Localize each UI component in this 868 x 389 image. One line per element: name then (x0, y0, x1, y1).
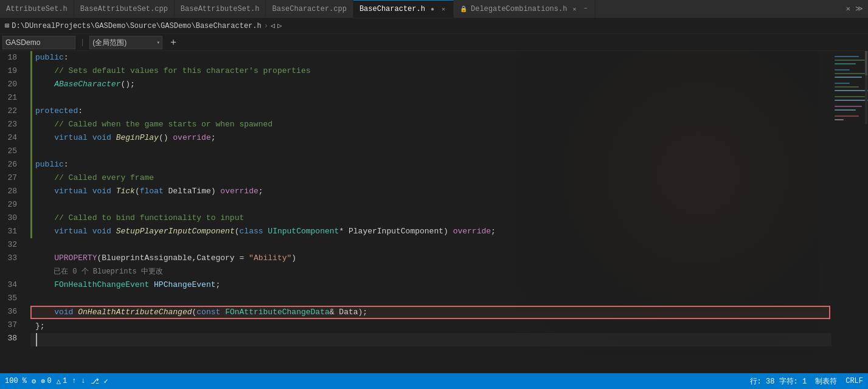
code-line-19: // Sets default values for this characte… (30, 64, 832, 78)
project-dropdown-wrapper: GASDemo (2, 36, 75, 49)
code-editor[interactable]: public: // Sets default values for this … (30, 51, 832, 373)
status-right: 行: 38 字符: 1 制表符 CRLF (750, 376, 863, 387)
error-count[interactable]: ⊗ 0 (41, 377, 51, 386)
status-bar: 100 % ⚙ ⊗ 0 △ 1 ↑ ↓ ⎇ ✓ 行: 38 字符: 1 制表符 … (0, 373, 868, 389)
code-line-20: ABaseCharacter(); (30, 78, 832, 91)
editor-main: 18 19 20 21 22 23 24 25 26 27 28 29 30 3… (0, 51, 868, 373)
svg-rect-16 (865, 51, 867, 75)
line-num-29: 29 (0, 198, 23, 212)
settings-icon: ⚙ (32, 377, 36, 386)
tab-label: BaseAttributeSet.h (181, 5, 260, 13)
line-num-33: 33 (0, 252, 23, 265)
encoding-label[interactable]: 制表符 (815, 376, 837, 387)
code-line-23: // Called when the game starts or when s… (30, 118, 832, 131)
warning-count[interactable]: △ 1 (57, 377, 67, 386)
code-line-27: // Called every frame (30, 171, 832, 185)
code-line-18: public: (30, 51, 832, 64)
add-button[interactable]: ＋ (166, 36, 181, 49)
line-num-34: 34 (0, 278, 23, 292)
breadcrumb-nav-icon: ⊞ (5, 21, 9, 30)
commit-icon: ✓ (104, 377, 108, 386)
close-tab-icon[interactable]: ✕ (846, 4, 850, 13)
tab-label: DelegateCombinations.h (471, 5, 567, 13)
tab-label: BaseCharacter.h (359, 5, 425, 13)
tab-basecharacter-cpp[interactable]: BaseCharacter.cpp (266, 0, 353, 18)
svg-rect-6 (835, 83, 850, 84)
tab-modified-dot[interactable]: ● (429, 5, 436, 13)
tab-label: BaseCharacter.cpp (272, 5, 346, 13)
zoom-level: 100 % (5, 377, 27, 385)
tab-baseattributeset-h[interactable]: BaseAttributeSet.h (175, 0, 266, 18)
svg-rect-12 (835, 109, 856, 111)
line-ending[interactable]: CRLF (845, 377, 863, 385)
toolbar: GASDemo | (全局范围) ▾ ＋ (0, 34, 868, 51)
scope-selector[interactable]: (全局范围) (89, 36, 162, 49)
tab-label: BaseAttributeSet.cpp (80, 5, 168, 13)
status-left: 100 % ⚙ ⊗ 0 △ 1 ↑ ↓ ⎇ ✓ (5, 377, 108, 386)
svg-rect-14 (835, 119, 844, 120)
scope-dropdown-wrapper: (全局范围) ▾ (89, 36, 162, 49)
code-line-24: virtual void BeginPlay() override; (30, 131, 832, 145)
code-line-34: FOnHealthChangeEvent HPChangeEvent; (30, 278, 832, 292)
line-num-19: 19 (0, 64, 23, 78)
code-line-38 (30, 333, 832, 346)
error-icon: ⊗ (41, 377, 45, 386)
line-num-36: 36 (0, 305, 23, 318)
code-line-28: virtual void Tick(float DeltaTime) overr… (30, 185, 832, 198)
tab-bar: AttributeSet.h BaseAttributeSet.cpp Base… (0, 0, 868, 18)
svg-rect-7 (835, 86, 859, 88)
lock-icon: 🔒 (460, 5, 467, 13)
line-num-28: 28 (0, 185, 23, 198)
code-line-36: void OnHealthAttributeChanged(const FOnA… (30, 306, 830, 319)
line-num-37: 37 (0, 318, 23, 332)
tab-pin-icon[interactable]: − (582, 5, 589, 13)
line-num-27: 27 (0, 171, 23, 185)
nav-up-icon[interactable]: ↑ (72, 377, 76, 385)
branch-icon: ⎇ (91, 377, 99, 386)
tab-attributeset-h[interactable]: AttributeSet.h (0, 0, 74, 18)
nav-forward[interactable]: ▷ (277, 21, 282, 30)
line-num-20: 20 (0, 78, 23, 91)
line-num-32: 32 (0, 238, 23, 252)
line-num-18: 18 (0, 51, 23, 64)
svg-rect-10 (835, 100, 868, 101)
code-line-22: protected: (30, 105, 832, 118)
line-num-35: 35 (0, 292, 23, 305)
line-col: 行: 38 字符: 1 (750, 376, 807, 387)
project-selector[interactable]: GASDemo (2, 36, 75, 49)
tab-bar-right: ✕ ≫ (846, 4, 868, 13)
line-num-30: 30 (0, 212, 23, 225)
code-line-33: UPROPERTY(BlueprintAssignable,Category =… (30, 252, 832, 265)
minimap (832, 51, 868, 373)
svg-rect-4 (835, 73, 865, 74)
code-line-25 (30, 145, 832, 158)
line-num-26: 26 (0, 158, 23, 171)
editor-window: AttributeSet.h BaseAttributeSet.cpp Base… (0, 0, 868, 389)
code-line-37: }; (30, 320, 832, 333)
tab-close-icon-2[interactable]: ✕ (571, 5, 578, 13)
code-line-annotation: 已在 0 个 Blueprints 中更改 (30, 265, 832, 278)
code-line-30: // Called to bind functionality to input (30, 212, 832, 225)
tab-basecharacter-h[interactable]: BaseCharacter.h ● ✕ (353, 0, 454, 18)
svg-rect-2 (835, 63, 856, 64)
green-change-bar (30, 51, 32, 238)
tab-close-icon[interactable]: ✕ (440, 5, 447, 13)
tab-delegatecombinations-h[interactable]: 🔒 DelegateCombinations.h ✕ − (454, 0, 595, 18)
code-line-35 (30, 292, 832, 305)
tab-baseattributeset-cpp[interactable]: BaseAttributeSet.cpp (74, 0, 175, 18)
svg-rect-0 (835, 56, 859, 57)
svg-rect-13 (835, 115, 859, 117)
nav-down-icon[interactable]: ↓ (81, 377, 85, 385)
line-num-31: 31 (0, 225, 23, 238)
line-num-21: 21 (0, 91, 23, 105)
svg-rect-5 (835, 77, 862, 78)
line-num-38: 38 (0, 332, 23, 345)
breadcrumb-arrow: › (264, 22, 268, 30)
code-line-21 (30, 91, 832, 105)
expand-icon[interactable]: ≫ (855, 4, 863, 13)
line-num-22: 22 (0, 105, 23, 118)
breadcrumb-file: D:\DUnrealProjects\GASDemo\Source\GASDem… (12, 22, 261, 30)
breadcrumb: ⊞ D:\DUnrealProjects\GASDemo\Source\GASD… (0, 18, 868, 34)
svg-rect-8 (835, 90, 868, 91)
nav-back[interactable]: ◁ (271, 21, 275, 30)
